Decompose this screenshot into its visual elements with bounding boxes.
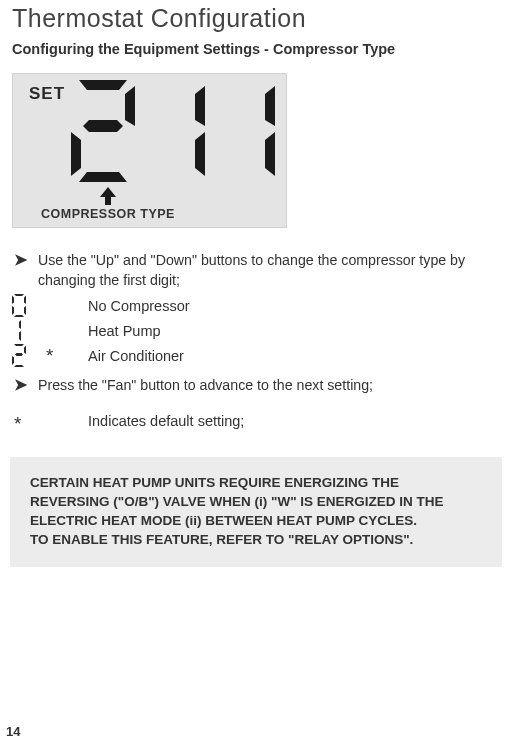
page-title: Thermostat Configuration bbox=[12, 4, 498, 33]
svg-marker-5 bbox=[195, 86, 205, 126]
note-line-2: REVERSING ("O/B") VALVE WHEN (i) "W" IS … bbox=[30, 492, 482, 511]
svg-marker-22 bbox=[14, 365, 24, 367]
lcd-digits bbox=[71, 80, 275, 182]
note-line-3: ELECTRIC HEAT MODE (ii) BETWEEN HEAT PUM… bbox=[30, 511, 482, 530]
up-arrow-icon bbox=[100, 187, 116, 205]
svg-marker-2 bbox=[83, 120, 123, 132]
instruction-press-text: Press the "Fan" button to advance to the… bbox=[38, 375, 498, 395]
instruction-use-text: Use the "Up" and "Down" buttons to chang… bbox=[38, 250, 498, 290]
note-line-1: CERTAIN HEAT PUMP UNITS REQUIRE ENERGIZI… bbox=[30, 473, 482, 492]
chevron-icon: ➤ bbox=[12, 250, 38, 270]
svg-marker-7 bbox=[265, 86, 275, 126]
option-digit-0-icon bbox=[12, 294, 38, 317]
svg-marker-9 bbox=[100, 187, 116, 205]
svg-marker-10 bbox=[14, 294, 24, 296]
lcd-digit-1b-icon bbox=[211, 80, 275, 182]
option-2-star: * bbox=[38, 345, 88, 367]
svg-marker-20 bbox=[15, 353, 23, 356]
lcd-digit-2-icon bbox=[71, 80, 135, 182]
svg-marker-19 bbox=[24, 346, 26, 355]
svg-marker-13 bbox=[24, 306, 26, 315]
option-digit-2-icon bbox=[12, 344, 38, 367]
svg-marker-11 bbox=[24, 296, 26, 305]
option-row-1: Heat Pump bbox=[12, 319, 498, 342]
svg-marker-15 bbox=[14, 315, 24, 317]
svg-marker-21 bbox=[12, 356, 14, 365]
default-note-row: * Indicates default setting; bbox=[12, 413, 498, 435]
option-row-0: No Compressor bbox=[12, 294, 498, 317]
svg-marker-0 bbox=[79, 80, 127, 90]
svg-marker-18 bbox=[14, 344, 24, 346]
svg-marker-14 bbox=[12, 306, 14, 315]
page-number: 14 bbox=[6, 724, 20, 739]
chevron-icon: ➤ bbox=[12, 375, 38, 395]
default-note-text: Indicates default setting; bbox=[88, 413, 498, 429]
note-line-4: TO ENABLE THIS FEATURE, REFER TO "RELAY … bbox=[30, 530, 482, 549]
lcd-caption: COMPRESSOR TYPE bbox=[41, 207, 175, 221]
svg-marker-4 bbox=[79, 172, 127, 182]
svg-marker-12 bbox=[12, 296, 14, 305]
instruction-use-row: ➤ Use the "Up" and "Down" buttons to cha… bbox=[12, 250, 498, 290]
svg-marker-8 bbox=[265, 132, 275, 176]
lcd-panel: SET bbox=[12, 73, 287, 228]
default-note-star: * bbox=[12, 413, 88, 435]
option-0-label: No Compressor bbox=[38, 298, 498, 314]
option-2-label: Air Conditioner bbox=[88, 348, 498, 364]
option-row-2: * Air Conditioner bbox=[12, 344, 498, 367]
svg-marker-1 bbox=[125, 86, 135, 126]
option-1-label: Heat Pump bbox=[38, 323, 498, 339]
svg-marker-3 bbox=[71, 132, 81, 176]
svg-marker-17 bbox=[19, 331, 21, 341]
option-digit-1-icon bbox=[12, 319, 38, 342]
lcd-digit-1a-icon bbox=[141, 80, 205, 182]
note-box: CERTAIN HEAT PUMP UNITS REQUIRE ENERGIZI… bbox=[10, 457, 502, 567]
svg-marker-16 bbox=[19, 320, 21, 329]
svg-marker-6 bbox=[195, 132, 205, 176]
instruction-press-row: ➤ Press the "Fan" button to advance to t… bbox=[12, 375, 498, 395]
page-subtitle: Configuring the Equipment Settings - Com… bbox=[12, 41, 498, 57]
